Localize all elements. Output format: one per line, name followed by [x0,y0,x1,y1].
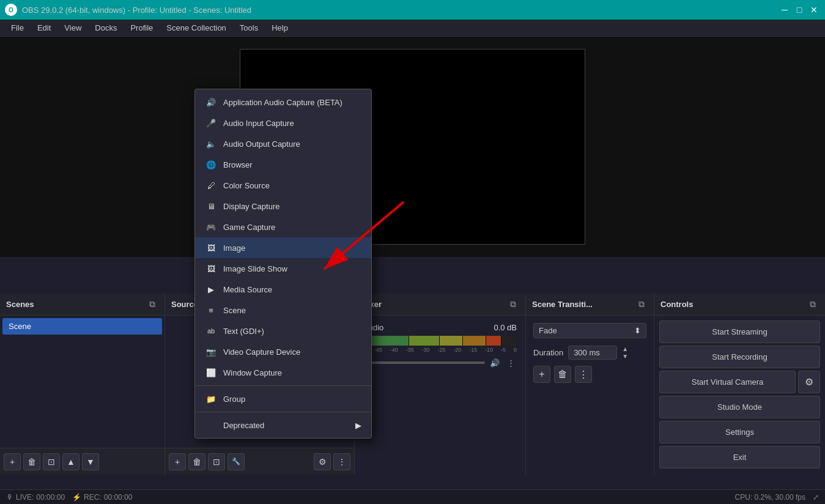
deprecated-icon [205,419,217,431]
audio-scale: 0-45-40-35-30-25-20-15-10-50 [363,347,517,353]
menubar: File Edit View Docks Profile Scene Colle… [0,20,825,37]
more-transitions-button[interactable]: ⋮ [575,366,592,383]
menu-view[interactable]: View [58,21,87,35]
display-capture-icon: 🖥 [205,200,217,212]
ctx-item-deprecated[interactable]: Deprecated ▶ [195,415,371,435]
video-capture-icon: 📷 [205,346,217,358]
ctx-item-text-gdi[interactable]: ab Text (GDI+) [195,321,371,341]
ctx-item-window-capture-label: Window Capture [223,368,361,377]
ctx-item-color-source[interactable]: 🖊 Color Source [195,175,371,196]
move-scene-down-button[interactable]: ▼ [82,453,99,470]
duration-down-button[interactable]: ▼ [622,353,628,360]
window-title: OBS 29.0.2 (64-bit, windows) - Profile: … [22,6,251,15]
virtual-camera-settings-button[interactable]: ⚙ [798,371,820,393]
source-filter-button[interactable]: 🔧 [228,453,245,470]
controls-content: Start Streaming Start Recording Start Vi… [654,316,825,475]
status-left: 🎙 LIVE: 00:00:00 ⚡ REC: 00:00:00 [6,493,132,502]
start-virtual-camera-button[interactable]: Start Virtual Camera [659,371,796,393]
ctx-item-scene[interactable]: ≡ Scene [195,300,371,321]
start-streaming-button[interactable]: Start Streaming [659,321,820,343]
transition-type-label: Fade [539,326,557,335]
add-scene-button[interactable]: + [4,453,21,470]
ctx-item-video-capture[interactable]: 📷 Video Capture Device [195,341,371,362]
ctx-item-image-slide-show[interactable]: 🖼 Image Slide Show [195,258,371,279]
remove-scene-button[interactable]: 🗑 [23,453,40,470]
exit-button[interactable]: Exit [659,446,820,469]
menu-profile[interactable]: Profile [124,21,159,35]
image-slide-show-icon: 🖼 [205,262,217,275]
ctx-item-group-label: Group [223,395,361,404]
scenes-panel-popout-icon[interactable]: ⧉ [146,298,158,311]
ctx-item-audio-input[interactable]: 🎤 Audio Input Capture [195,113,371,133]
audio-track-db: 0.0 dB [494,323,517,332]
menu-file[interactable]: File [5,21,30,35]
status-rec: ⚡ REC: 00:00:00 [72,493,132,502]
live-label: LIVE: [16,493,34,502]
image-icon: 🖼 [205,242,217,254]
menu-help[interactable]: Help [265,21,294,35]
ctx-item-group[interactable]: 📁 Group [195,388,371,409]
move-source-up-button[interactable]: ⚙ [314,453,331,470]
menu-tools[interactable]: Tools [234,21,264,35]
menu-docks[interactable]: Docks [89,21,123,35]
menu-docks-label: Docks [95,23,117,32]
ctx-item-text-gdi-label: Text (GDI+) [223,327,361,336]
studio-mode-button[interactable]: Studio Mode [659,396,820,418]
add-source-button[interactable]: + [169,453,186,470]
ctx-item-game-capture[interactable]: 🎮 Game Capture [195,217,371,237]
audio-settings-button[interactable]: ⋮ [505,357,517,369]
ctx-item-audio-output[interactable]: 🔈 Audio Output Capture [195,133,371,154]
volume-slider[interactable] [363,361,485,364]
ctx-item-media-source[interactable]: ▶ Media Source [195,279,371,300]
transition-type-select[interactable]: Fade ⬍ [533,323,646,338]
settings-button[interactable]: Settings [659,421,820,443]
mixer-panel-header: Mixer ⧉ [355,294,525,316]
audio-bar-orange [463,336,486,346]
ctx-item-image-label: Image [223,243,361,253]
more-source-options-button[interactable]: ⋮ [333,453,350,470]
ctx-item-audio-output-label: Audio Output Capture [223,139,361,149]
minimize-button[interactable]: ─ [779,4,791,16]
scenes-panel: Scenes ⧉ Scene + 🗑 ⊡ ▲ ▼ [0,294,165,475]
status-right: CPU: 0.2%, 30.00 fps ⤢ [735,493,819,502]
ctx-item-color-source-label: Color Source [223,181,361,190]
remove-transition-button[interactable]: 🗑 [554,366,571,383]
filter-scene-button[interactable]: ⊡ [43,453,60,470]
ctx-item-browser-label: Browser [223,160,361,169]
maximize-button[interactable]: □ [793,4,805,16]
ctx-item-image[interactable]: 🖼 Image [195,237,371,258]
window-controls: ─ □ ✕ [776,4,820,16]
resize-handle-icon[interactable]: ⤢ [813,493,819,502]
duration-up-button[interactable]: ▲ [622,346,628,352]
mute-button[interactable]: 🔊 [489,357,501,369]
start-recording-button[interactable]: Start Recording [659,346,820,368]
mixer-panel-popout-icon[interactable]: ⧉ [507,298,519,311]
app-logo: O [5,4,17,16]
rec-time: 00:00:00 [104,493,133,502]
menu-scene-collection-label: Scene Collection [166,23,226,32]
audio-bar-yellow-green [409,336,439,346]
add-transition-button[interactable]: + [533,366,550,383]
ctx-item-application-audio[interactable]: 🔊 Application Audio Capture (BETA) [195,92,371,113]
ctx-item-window-capture[interactable]: ⬜ Window Capture [195,362,371,383]
ctx-item-browser[interactable]: 🌐 Browser [195,154,371,175]
menu-edit[interactable]: Edit [31,21,57,35]
rec-label: REC: [84,493,102,502]
duration-label: Duration [533,348,563,357]
move-scene-up-button[interactable]: ▲ [62,453,80,470]
ctx-separator [195,385,371,386]
submenu-arrow-icon: ▶ [355,421,361,430]
transition-type-arrow: ⬍ [634,326,641,335]
transitions-panel-popout-icon[interactable]: ⧉ [635,298,648,311]
source-properties-button[interactable]: ⊡ [208,453,225,470]
duration-input[interactable]: 300 ms [568,346,617,360]
live-time: 00:00:00 [36,493,65,502]
scenes-panel-header: Scenes ⧉ [0,294,165,316]
close-button[interactable]: ✕ [808,4,820,16]
ctx-item-display-capture[interactable]: 🖥 Display Capture [195,196,371,217]
controls-panel-popout-icon[interactable]: ⧉ [807,298,819,311]
menu-scene-collection[interactable]: Scene Collection [160,21,232,35]
scene-item[interactable]: Scene [2,318,162,335]
context-menu: 🔊 Application Audio Capture (BETA) 🎤 Aud… [194,89,372,439]
remove-source-button[interactable]: 🗑 [188,453,205,470]
